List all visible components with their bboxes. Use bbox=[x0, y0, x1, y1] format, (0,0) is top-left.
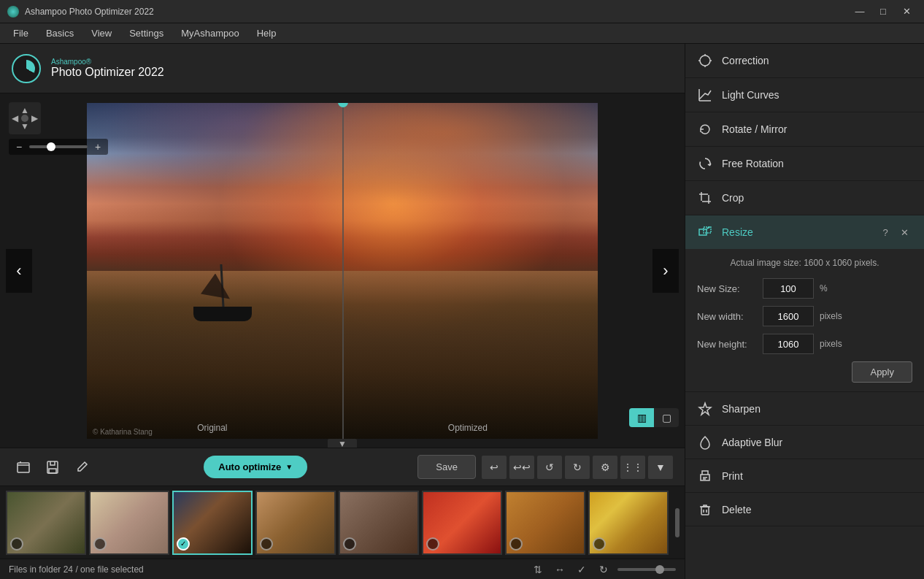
menu-basics[interactable]: Basics bbox=[39, 26, 81, 41]
status-sort-button[interactable]: ⇅ bbox=[530, 561, 546, 578]
print-section[interactable]: Print bbox=[685, 459, 924, 493]
crop-section: Crop bbox=[685, 181, 924, 215]
correction-icon bbox=[697, 53, 713, 69]
titlebar-left: Ashampoo Photo Optimizer 2022 bbox=[7, 6, 154, 18]
menu-help[interactable]: Help bbox=[250, 26, 284, 41]
filmstrip-item-1[interactable] bbox=[6, 491, 86, 555]
label-original: Original bbox=[197, 423, 227, 433]
app-logo bbox=[12, 54, 41, 83]
open-file-button[interactable] bbox=[12, 456, 35, 479]
resize-height-unit: pixels bbox=[820, 339, 842, 349]
zoom-slider[interactable] bbox=[29, 145, 88, 148]
nav-up-button[interactable]: ▲ bbox=[20, 105, 29, 115]
filmstrip-item-3[interactable]: ✓ bbox=[172, 491, 253, 555]
thumb-indicator-4 bbox=[260, 537, 273, 551]
titlebar: Ashampoo Photo Optimizer 2022 — □ ✕ bbox=[0, 0, 924, 23]
status-zoom-slider[interactable] bbox=[617, 568, 676, 571]
rotate-label: Rotate / Mirror bbox=[722, 123, 912, 135]
light-curves-section: Light Curves bbox=[685, 78, 924, 112]
collapse-panel-button[interactable]: ▼ bbox=[328, 439, 357, 448]
minimize-button[interactable]: — bbox=[850, 4, 870, 19]
correction-header[interactable]: Correction bbox=[685, 44, 924, 77]
resize-width-input[interactable] bbox=[763, 306, 814, 326]
filmstrip-item-5[interactable] bbox=[339, 491, 419, 555]
svg-rect-19 bbox=[701, 507, 709, 515]
action-buttons: ↩ ↩↩ ↺ ↻ ⚙ ⋮⋮ ▼ bbox=[482, 456, 673, 479]
auto-optimize-button[interactable]: Auto optimize ▼ bbox=[204, 456, 307, 478]
auto-optimize-label: Auto optimize bbox=[218, 461, 281, 472]
menu-view[interactable]: View bbox=[84, 26, 119, 41]
undo-all-button[interactable]: ↩↩ bbox=[509, 456, 534, 479]
menu-settings[interactable]: Settings bbox=[122, 26, 171, 41]
status-rotate-button[interactable]: ↻ bbox=[596, 561, 612, 578]
status-nav-button[interactable]: ↔ bbox=[552, 561, 568, 578]
filmstrip-item-8[interactable] bbox=[588, 491, 669, 555]
resize-label: Resize bbox=[722, 226, 869, 238]
resize-section: Resize ? ✕ Actual image size: 1600 x 106… bbox=[685, 215, 924, 392]
maximize-button[interactable]: □ bbox=[873, 4, 893, 19]
resize-info: Actual image size: 1600 x 1060 pixels. bbox=[697, 258, 912, 268]
resize-close-button[interactable]: ✕ bbox=[896, 224, 912, 240]
zoom-control: − + bbox=[9, 139, 108, 155]
status-check-button[interactable]: ✓ bbox=[574, 561, 590, 578]
resize-new-size-input[interactable] bbox=[763, 278, 814, 299]
save-file-button[interactable] bbox=[41, 456, 64, 479]
delete-label: Delete bbox=[722, 504, 751, 515]
save-button[interactable]: Save bbox=[417, 455, 476, 479]
filmstrip-item-7[interactable] bbox=[505, 491, 585, 555]
thumb-indicator-8 bbox=[593, 537, 606, 551]
split-divider[interactable] bbox=[342, 103, 344, 439]
more-button[interactable]: ▼ bbox=[648, 456, 673, 479]
nav-left-button[interactable]: ◀ bbox=[12, 113, 18, 123]
sharpen-section[interactable]: Sharpen bbox=[685, 392, 924, 426]
titlebar-title: Ashampoo Photo Optimizer 2022 bbox=[25, 7, 154, 17]
next-image-button[interactable]: › bbox=[652, 249, 679, 293]
sharpen-icon bbox=[697, 401, 713, 417]
svg-marker-15 bbox=[699, 403, 711, 415]
light-curves-icon bbox=[697, 87, 713, 103]
crop-header[interactable]: Crop bbox=[685, 181, 924, 215]
image-labels: Original Optimized bbox=[87, 423, 598, 433]
close-button[interactable]: ✕ bbox=[896, 4, 917, 19]
resize-width-label: New width: bbox=[697, 311, 763, 322]
view-split-button[interactable]: ▥ bbox=[629, 408, 654, 427]
resize-header[interactable]: Resize ? ✕ bbox=[685, 215, 924, 249]
rotate-header[interactable]: Rotate / Mirror bbox=[685, 112, 924, 146]
nav-down-button[interactable]: ▼ bbox=[20, 121, 29, 131]
bottom-toolbar: Auto optimize ▼ Save ↩ ↩↩ ↺ ↻ ⚙ ⋮⋮ ▼ bbox=[0, 448, 685, 486]
resize-actions: ? ✕ bbox=[877, 224, 912, 240]
zoom-thumb bbox=[47, 142, 55, 151]
rotate-ccw-button[interactable]: ↺ bbox=[537, 456, 562, 479]
filmstrip-item-6[interactable] bbox=[422, 491, 502, 555]
rotate-cw-button[interactable]: ↻ bbox=[565, 456, 590, 479]
thumb-indicator-7 bbox=[509, 537, 523, 551]
free-rotation-header[interactable]: Free Rotation bbox=[685, 147, 924, 180]
light-curves-header[interactable]: Light Curves bbox=[685, 78, 924, 112]
menu-file[interactable]: File bbox=[6, 26, 36, 41]
thumb-indicator-2 bbox=[93, 537, 107, 551]
adaptive-blur-section[interactable]: Adaptive Blur bbox=[685, 426, 924, 459]
filmstrip-item-2[interactable] bbox=[89, 491, 169, 555]
resize-apply-button[interactable]: Apply bbox=[852, 361, 912, 383]
svg-rect-0 bbox=[18, 463, 29, 472]
zoom-minus-button[interactable]: − bbox=[13, 141, 25, 153]
resize-help-button[interactable]: ? bbox=[877, 224, 893, 240]
rotate-icon bbox=[697, 121, 713, 137]
menu-myashampoo[interactable]: MyAshampoo bbox=[174, 26, 246, 41]
grid-button[interactable]: ⋮⋮ bbox=[620, 456, 645, 479]
delete-section[interactable]: Delete bbox=[685, 493, 924, 526]
correction-section: Correction bbox=[685, 44, 924, 78]
prev-image-button[interactable]: ‹ bbox=[6, 249, 32, 293]
view-single-button[interactable]: ▢ bbox=[654, 408, 679, 427]
filmstrip-scrollbar[interactable] bbox=[673, 486, 682, 559]
filmstrip-item-4[interactable] bbox=[255, 491, 336, 555]
right-panel: Correction Light Curves bbox=[685, 44, 924, 579]
resize-height-input[interactable] bbox=[763, 334, 814, 354]
nav-right-button[interactable]: ▶ bbox=[31, 113, 38, 123]
edit-button[interactable] bbox=[70, 456, 93, 479]
zoom-plus-button[interactable]: + bbox=[92, 141, 104, 153]
resize-height-label: New height: bbox=[697, 339, 763, 350]
main-layout: Ashampoo® Photo Optimizer 2022 ▲ ▼ ◀ ▶ − bbox=[0, 44, 924, 579]
settings-button[interactable]: ⚙ bbox=[593, 456, 617, 479]
undo-button[interactable]: ↩ bbox=[482, 456, 507, 479]
